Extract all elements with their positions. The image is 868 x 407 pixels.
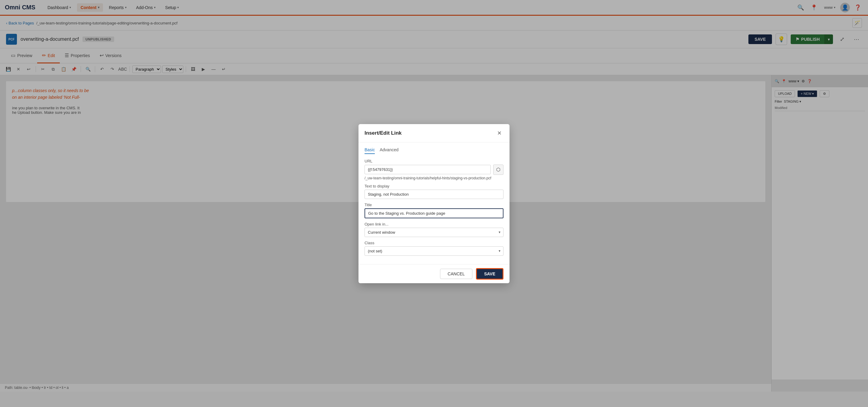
modal-save-button[interactable]: SAVE (476, 268, 503, 280)
modal-title: Insert/Edit Link (365, 130, 402, 136)
text-to-display-input[interactable] (365, 190, 503, 199)
modal-overlay: Insert/Edit Link ✕ Basic Advanced URL ⬡ … (0, 0, 868, 392)
url-resolved-path: /_uw-team-testing/omni-training-tutorial… (365, 176, 503, 180)
class-select[interactable]: (not set) (365, 246, 503, 256)
text-to-display-label: Text to display (365, 184, 503, 188)
class-select-wrapper: (not set) ▾ (365, 246, 503, 256)
url-browse-button[interactable]: ⬡ (493, 164, 503, 175)
open-link-group: Open link in... Current window New windo… (365, 222, 503, 237)
open-link-select-wrapper: Current window New window ▾ (365, 228, 503, 237)
insert-edit-link-modal: Insert/Edit Link ✕ Basic Advanced URL ⬡ … (359, 124, 509, 283)
open-link-select[interactable]: Current window New window (365, 228, 503, 237)
title-field-group: Title (365, 202, 503, 222)
url-row: ⬡ (365, 164, 503, 175)
modal-tab-advanced[interactable]: Advanced (380, 147, 398, 154)
open-link-label: Open link in... (365, 222, 503, 226)
modal-header: Insert/Edit Link ✕ (359, 124, 509, 143)
url-field-group: URL ⬡ /_uw-team-testing/omni-training-tu… (365, 159, 503, 180)
text-to-display-group: Text to display (365, 184, 503, 202)
modal-close-button[interactable]: ✕ (495, 129, 503, 137)
class-label: Class (365, 241, 503, 245)
modal-tabs: Basic Advanced (365, 147, 503, 154)
title-label: Title (365, 202, 503, 207)
class-field-group: Class (not set) ▾ (365, 241, 503, 256)
modal-body: Basic Advanced URL ⬡ /_uw-team-testing/o… (359, 143, 509, 264)
title-input[interactable] (365, 208, 503, 218)
cancel-button[interactable]: CANCEL (440, 269, 472, 279)
modal-footer: CANCEL SAVE (359, 264, 509, 283)
modal-tab-basic[interactable]: Basic (365, 147, 375, 154)
url-input[interactable] (365, 165, 491, 174)
url-label: URL (365, 159, 503, 163)
